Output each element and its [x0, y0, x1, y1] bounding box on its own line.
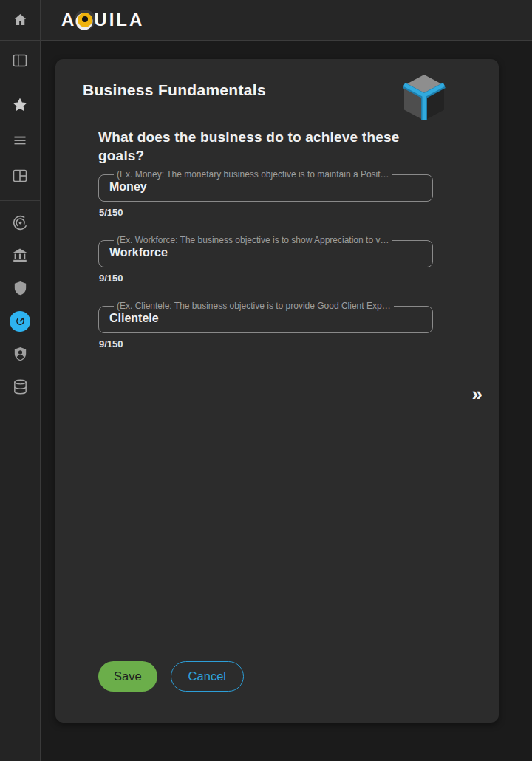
- goal-field-money-label: (Ex. Money: The monetary business object…: [114, 169, 392, 180]
- sidebar-item-admin[interactable]: [0, 338, 40, 371]
- shield-icon: [12, 280, 29, 297]
- gauge-icon: [14, 315, 27, 327]
- sidebar-item-tracking[interactable]: [0, 206, 40, 239]
- char-counter-clientele: 9/150: [99, 338, 433, 349]
- char-counter-money: 5/150: [99, 207, 433, 218]
- sidebar-divider: [0, 194, 40, 201]
- main-content: Business Fundamentals What does the busi…: [41, 41, 532, 761]
- eye-pupil: [82, 16, 88, 22]
- sidebar-item-home[interactable]: [0, 0, 40, 41]
- sidebar-item-performance[interactable]: [0, 305, 40, 338]
- expand-chevron-icon[interactable]: »: [469, 381, 485, 406]
- sidebar: [0, 0, 41, 761]
- sidebar-item-panels[interactable]: [0, 41, 40, 81]
- business-fundamentals-card: Business Fundamentals What does the busi…: [55, 59, 499, 723]
- logo-text-suffix: UILA: [94, 10, 144, 30]
- action-buttons: Save Cancel: [98, 661, 244, 692]
- save-button[interactable]: Save: [98, 661, 157, 692]
- menu-icon: [11, 132, 29, 149]
- bank-icon: [11, 247, 29, 265]
- top-bar: AUILA: [41, 0, 532, 41]
- eye-icon: [78, 13, 92, 27]
- logo-text-prefix: A: [61, 10, 76, 30]
- database-icon: [12, 378, 29, 395]
- layout-panel-icon: [11, 52, 29, 69]
- goal-input-workforce[interactable]: [109, 245, 425, 262]
- active-item-badge: [10, 311, 30, 332]
- cancel-button[interactable]: Cancel: [171, 661, 244, 692]
- goal-field-money[interactable]: (Ex. Money: The monetary business object…: [98, 169, 433, 202]
- char-counter-workforce: 9/150: [99, 273, 433, 284]
- sidebar-item-favorites[interactable]: [0, 87, 40, 123]
- goal-field-workforce[interactable]: (Ex. Workforce: The business objective i…: [98, 235, 433, 267]
- sidebar-item-data[interactable]: [0, 371, 40, 404]
- dashboard-grid-icon: [11, 167, 29, 185]
- sidebar-item-security[interactable]: [0, 272, 40, 305]
- goal-field-clientele-label: (Ex. Clientele: The business objective i…: [114, 301, 394, 311]
- question-text: What does the business do to achieve the…: [98, 129, 440, 165]
- sidebar-item-dashboard[interactable]: [0, 158, 40, 194]
- star-icon: [11, 96, 29, 114]
- goal-input-money[interactable]: [109, 180, 425, 196]
- fields-container: (Ex. Money: The monetary business object…: [98, 169, 433, 349]
- aquila-logo[interactable]: AUILA: [61, 10, 144, 30]
- sidebar-item-menu[interactable]: [0, 123, 40, 158]
- goal-field-workforce-label: (Ex. Workforce: The business objective i…: [114, 235, 392, 245]
- track-changes-icon: [11, 214, 30, 232]
- home-icon: [12, 12, 29, 29]
- goal-input-clientele[interactable]: [109, 311, 425, 327]
- goal-field-clientele[interactable]: (Ex. Clientele: The business objective i…: [98, 301, 433, 333]
- cube-logo-icon: [401, 74, 447, 123]
- sidebar-item-bank[interactable]: [0, 239, 40, 273]
- shield-person-icon: [12, 346, 29, 363]
